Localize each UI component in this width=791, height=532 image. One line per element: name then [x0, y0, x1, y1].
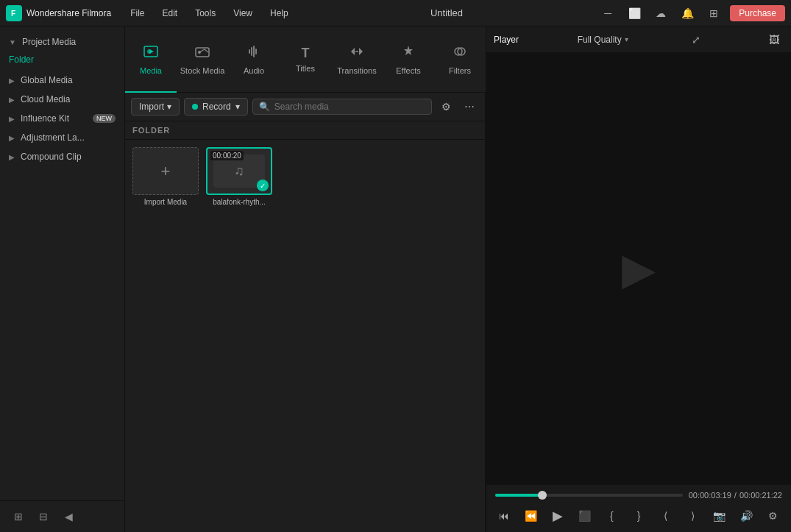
search-input[interactable] [274, 102, 425, 112]
time-separator: / [734, 491, 737, 500]
grid-btn[interactable]: ⊞ [703, 3, 724, 24]
import-button[interactable]: Import ▾ [131, 98, 180, 116]
sidebar-item-adjustment-la[interactable]: ▶ Adjustment La... [0, 128, 124, 147]
effects-icon [400, 43, 416, 63]
more-options-icon[interactable]: ⋯ [460, 97, 479, 116]
record-chevron-icon: ▾ [235, 102, 240, 112]
tab-audio-label: Audio [244, 66, 264, 75]
image-icon[interactable]: 🖼 [765, 30, 784, 49]
player-progress: 00:00:03:19 / 00:00:21:22 [495, 491, 782, 500]
folder-label: FOLDER [125, 121, 485, 140]
quality-select[interactable]: Full Quality ▾ [578, 35, 628, 45]
tab-effects[interactable]: Effects [383, 26, 434, 93]
media-toolbar: Import ▾ Record ▾ 🔍 ⚙ ⋯ [125, 93, 485, 121]
chevron-icon: ▼ [9, 38, 16, 46]
mark-out-btn[interactable]: } [630, 506, 648, 526]
sidebar-item-project-media[interactable]: ▼ Project Media [0, 32, 124, 52]
sidebar-label-compound-clip: Compound Clip [21, 152, 116, 162]
svg-marker-7 [351, 48, 355, 55]
center-panel: Media Stock Media Audio T Titles [125, 26, 486, 532]
cloud-btn[interactable]: ☁ [650, 3, 671, 24]
progress-bar[interactable] [495, 494, 683, 497]
preview-empty-icon: ▶ [622, 243, 656, 294]
player-tabs: Player [494, 35, 519, 45]
sidebar-item-compound-clip[interactable]: ▶ Compound Clip [0, 147, 124, 166]
search-icon: 🔍 [259, 102, 270, 112]
main-layout: ▼ Project Media Folder ▶ Global Media ▶ … [0, 26, 791, 532]
audio-thumb: ♫ 00:00:20 ✓ [206, 147, 272, 195]
list-item[interactable]: + Import Media [132, 147, 199, 525]
player-header: Player Full Quality ▾ ⤢ 🖼 [486, 26, 791, 53]
settings-btn[interactable]: ⚙ [764, 506, 782, 526]
tab-stock-media[interactable]: Stock Media [177, 26, 228, 93]
collapse-btn[interactable]: ◀ [59, 507, 78, 526]
sidebar-item-global-media[interactable]: ▶ Global Media [0, 71, 124, 90]
menu-edit[interactable]: Edit [155, 5, 185, 21]
tab-media[interactable]: Media [125, 26, 177, 93]
volume-btn[interactable]: 🔊 [737, 506, 756, 526]
import-thumb: + [132, 147, 199, 195]
menu-center: Untitled [299, 7, 595, 18]
svg-marker-4 [149, 49, 154, 54]
tab-player[interactable]: Player [494, 35, 519, 45]
tab-audio[interactable]: Audio [228, 26, 280, 93]
frame-back-btn[interactable]: ⏪ [522, 506, 541, 526]
menu-tools[interactable]: Tools [188, 5, 223, 21]
menu-view[interactable]: View [226, 5, 260, 21]
record-button[interactable]: Record ▾ [184, 98, 248, 116]
progress-thumb[interactable] [538, 491, 547, 500]
play-btn[interactable]: ▶ [549, 506, 567, 526]
import-media-label: Import Media [144, 198, 187, 206]
media-browser: Import ▾ Record ▾ 🔍 ⚙ ⋯ FOLDER [125, 93, 486, 532]
sidebar-label-adjustment: Adjustment La... [21, 132, 116, 143]
stop-btn[interactable]: ⬛ [576, 506, 595, 526]
tab-filters-label: Filters [449, 66, 471, 75]
record-label: Record [202, 102, 231, 112]
chevron-icon: ▶ [9, 153, 15, 161]
svg-text:F: F [11, 10, 15, 18]
mark-in-btn[interactable]: { [603, 506, 621, 526]
record-dot-icon [192, 104, 198, 110]
chevron-icon: ▶ [9, 115, 15, 123]
tab-titles[interactable]: T Titles [280, 26, 331, 93]
add-folder-btn[interactable]: ⊞ [9, 507, 28, 526]
chevron-icon: ▶ [9, 134, 15, 142]
prev-frame-btn[interactable]: ⟨ [656, 506, 675, 526]
restore-btn[interactable]: ⬜ [624, 3, 645, 24]
minimize-btn[interactable]: ─ [597, 3, 618, 24]
import-label: Import [139, 102, 164, 112]
notification-btn[interactable]: 🔔 [677, 3, 698, 24]
audio-clip-label: balafonk-rhyth... [213, 198, 266, 206]
sidebar-folder-label[interactable]: Folder [0, 52, 124, 71]
tab-stock-label: Stock Media [180, 66, 225, 75]
tab-media-label: Media [140, 66, 162, 75]
remove-btn[interactable]: ⊟ [34, 507, 53, 526]
next-frame-btn[interactable]: ⟩ [684, 506, 702, 526]
step-back-btn[interactable]: ⏮ [495, 506, 514, 526]
list-item[interactable]: ♫ 00:00:20 ✓ balafonk-rhyth... [206, 147, 272, 525]
media-icon [143, 43, 159, 63]
filter-icon[interactable]: ⚙ [436, 97, 455, 116]
audio-icon [246, 43, 262, 63]
sidebar-label-project-media: Project Media [22, 37, 116, 47]
import-chevron-icon: ▾ [167, 102, 171, 112]
menu-help[interactable]: Help [263, 5, 296, 21]
purchase-button[interactable]: Purchase [730, 5, 785, 21]
menu-right: ─ ⬜ ☁ 🔔 ⊞ Purchase [597, 3, 785, 24]
screenshot-btn[interactable]: 📷 [710, 506, 728, 526]
new-badge: NEW [93, 114, 116, 123]
quality-chevron-icon: ▾ [625, 35, 628, 43]
quality-label: Full Quality [578, 35, 622, 45]
tab-effects-label: Effects [396, 66, 420, 75]
chevron-icon: ▶ [9, 96, 15, 104]
tab-filters[interactable]: Filters [434, 26, 486, 93]
player-panel: Player Full Quality ▾ ⤢ 🖼 ▶ 00:00:03:19 … [486, 26, 791, 532]
sidebar-item-influence-kit[interactable]: ▶ Influence Kit NEW [0, 109, 124, 128]
menu-file[interactable]: File [123, 5, 152, 21]
sidebar-item-cloud-media[interactable]: ▶ Cloud Media [0, 90, 124, 109]
total-time: 00:00:21:22 [739, 491, 782, 500]
media-duration: 00:00:20 [210, 151, 244, 160]
tab-transitions[interactable]: Transitions [331, 26, 383, 93]
window-title: Untitled [430, 7, 463, 18]
fullscreen-icon[interactable]: ⤢ [687, 30, 706, 49]
